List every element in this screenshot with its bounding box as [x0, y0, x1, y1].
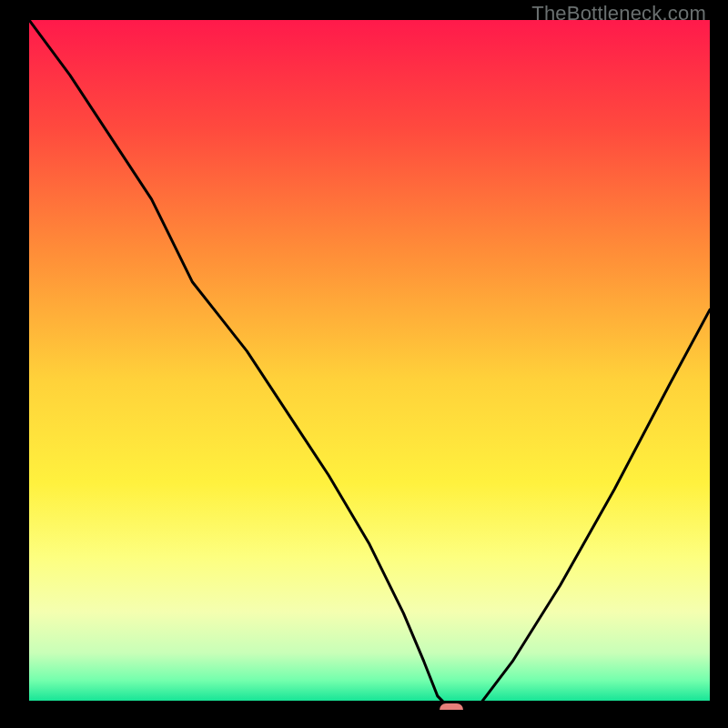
optimal-point-marker — [440, 703, 463, 710]
bottleneck-curve — [29, 20, 710, 710]
plot-area — [29, 20, 710, 710]
chart-frame: TheBottleneck.com — [0, 0, 728, 728]
watermark-text: TheBottleneck.com — [531, 2, 706, 25]
